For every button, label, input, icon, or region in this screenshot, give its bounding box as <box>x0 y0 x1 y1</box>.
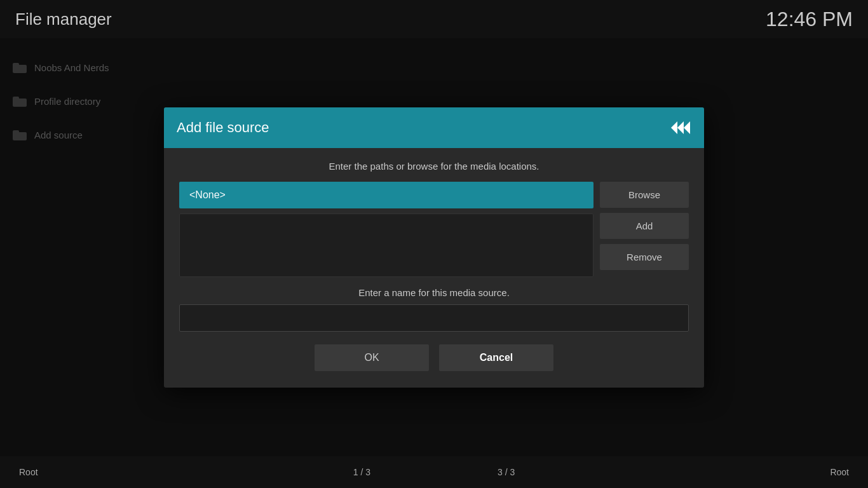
dialog-body: Enter the paths or browse for the media … <box>164 148 704 388</box>
footer-left: Root <box>19 467 38 477</box>
name-section: Enter a name for this media source. <box>179 287 689 332</box>
ok-button[interactable]: OK <box>315 344 429 371</box>
footer-pagination-left: 1 / 3 <box>353 467 370 477</box>
footer-pagination-right: 3 / 3 <box>498 467 515 477</box>
dialog-title: Add file source <box>177 119 269 136</box>
name-input[interactable] <box>179 304 689 332</box>
path-row: Browse Add Remove <box>179 182 689 277</box>
footer-center: 1 / 3 3 / 3 <box>353 467 515 477</box>
modal-overlay: Add file source Enter the paths or brows… <box>0 38 868 456</box>
action-buttons: Browse Add Remove <box>600 182 689 277</box>
svg-marker-1 <box>677 121 684 134</box>
add-file-source-dialog: Add file source Enter the paths or brows… <box>164 107 704 388</box>
name-instruction: Enter a name for this media source. <box>179 287 689 298</box>
app-title: File manager <box>15 10 112 29</box>
kodi-logo <box>668 116 691 139</box>
remove-button[interactable]: Remove <box>600 244 689 270</box>
clock: 12:46 PM <box>766 8 853 31</box>
add-button[interactable]: Add <box>600 213 689 239</box>
cancel-button[interactable]: Cancel <box>439 344 553 371</box>
svg-marker-0 <box>671 121 677 134</box>
footer-right: Root <box>830 467 849 477</box>
path-list <box>179 214 593 277</box>
browse-button[interactable]: Browse <box>600 182 689 208</box>
footer: Root 1 / 3 3 / 3 Root <box>0 456 868 488</box>
header: File manager 12:46 PM <box>0 0 868 38</box>
svg-marker-2 <box>684 121 690 134</box>
path-instruction: Enter the paths or browse for the media … <box>179 161 689 172</box>
dialog-footer: OK Cancel <box>179 344 689 375</box>
path-input[interactable] <box>179 182 593 208</box>
dialog-header: Add file source <box>164 107 704 148</box>
